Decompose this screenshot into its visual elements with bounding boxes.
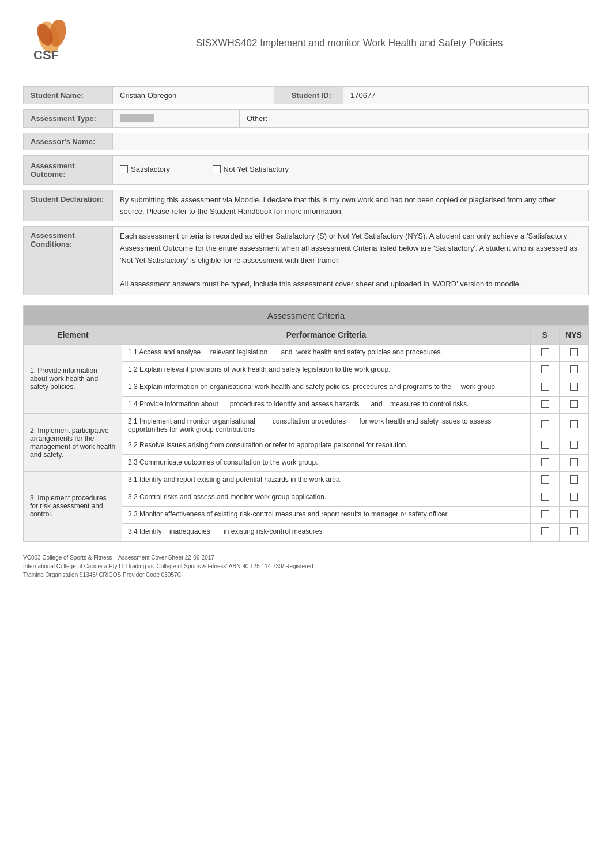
col-nys: NYS xyxy=(560,325,588,344)
s-checkbox-3-1[interactable] xyxy=(531,471,560,489)
criteria-1-2: 1.2 Explain relevant provisions of work … xyxy=(122,361,531,379)
s-checkbox-2-3[interactable] xyxy=(531,454,560,471)
student-name-value: Cristian Obregon xyxy=(113,87,274,104)
criteria-3-2: 3.2 Control risks and assess and monitor… xyxy=(122,489,531,506)
s-checkbox-1-1[interactable] xyxy=(531,344,560,361)
student-id-label: Student ID: xyxy=(274,87,343,104)
criteria-1-4: 1.4 Provide information about procedures… xyxy=(122,396,531,413)
header: CSF SISXWHS402 Implement and monitor Wor… xyxy=(23,17,589,69)
nys-checkbox-group: Not Yet Satisfactory xyxy=(213,165,289,173)
student-name-row: Student Name: Cristian Obregon Student I… xyxy=(23,86,589,104)
other-value: Other: xyxy=(240,110,589,128)
s-checkbox-2-2[interactable] xyxy=(531,437,560,454)
assessor-name-label: Assessor's Name: xyxy=(24,133,113,150)
assessment-conditions-label: Assessment Conditions: xyxy=(24,227,113,295)
criteria-1-1: 1.1 Access and analyse relevant legislat… xyxy=(122,344,531,361)
page: CSF SISXWHS402 Implement and monitor Wor… xyxy=(0,0,612,602)
criteria-2-1: 2.1 Implement and monitor organisational… xyxy=(122,413,531,437)
student-id-value: 170677 xyxy=(343,87,589,104)
nys-checkbox-2-3[interactable] xyxy=(560,454,588,471)
assessment-outcome-value: Satisfactory Not Yet Satisfactory xyxy=(113,156,589,185)
element-2-label: 2. Implement participative arrangements … xyxy=(24,413,122,471)
col-s: S xyxy=(531,325,560,344)
nys-checkbox[interactable] xyxy=(213,165,221,173)
nys-checkbox-1-1[interactable] xyxy=(560,344,588,361)
assessment-type-row: Assessment Type: Other: xyxy=(23,109,589,128)
criteria-3-1: 3.1 Identify and report existing and pot… xyxy=(122,471,531,489)
footer-line-3: Training Organisation 91345/ CRICOS Prov… xyxy=(23,571,589,579)
nys-checkbox-1-4[interactable] xyxy=(560,396,588,413)
criteria-1-3: 1.3 Explain information on organisationa… xyxy=(122,379,531,396)
s-checkbox-1-3[interactable] xyxy=(531,379,560,396)
s-checkbox-3-4[interactable] xyxy=(531,523,560,541)
logo-area: CSF xyxy=(23,17,92,69)
criteria-table: Element Performance Criteria S NYS 1. Pr… xyxy=(24,325,588,541)
s-checkbox-3-3[interactable] xyxy=(531,506,560,523)
criteria-2-3: 2.3 Communicate outcomes of consultation… xyxy=(122,454,531,471)
student-declaration-value: By submitting this assessment via Moodle… xyxy=(113,190,589,221)
s-checkbox-1-4[interactable] xyxy=(531,396,560,413)
assessment-conditions-row: Assessment Conditions: Each assessment c… xyxy=(23,226,589,295)
satisfactory-checkbox-group: Satisfactory xyxy=(120,165,170,173)
assessor-name-row: Assessor's Name: xyxy=(23,133,589,150)
col-element: Element xyxy=(24,325,122,344)
s-checkbox-2-1[interactable] xyxy=(531,413,560,437)
nys-checkbox-2-1[interactable] xyxy=(560,413,588,437)
nys-checkbox-3-4[interactable] xyxy=(560,523,588,541)
svg-text:CSF: CSF xyxy=(33,48,59,62)
assessment-outcome-label: Assessment Outcome: xyxy=(24,156,113,185)
s-checkbox-3-2[interactable] xyxy=(531,489,560,506)
criteria-header: Assessment Criteria xyxy=(24,306,588,325)
other-label: Other: xyxy=(247,114,267,123)
col-performance: Performance Criteria xyxy=(122,325,531,344)
table-row: 3. Implement procedures for risk assessm… xyxy=(24,471,588,489)
s-checkbox-1-2[interactable] xyxy=(531,361,560,379)
nys-checkbox-1-3[interactable] xyxy=(560,379,588,396)
criteria-3-4: 3.4 Identify inadequacies in existing ri… xyxy=(122,523,531,541)
assessment-type-label: Assessment Type: xyxy=(24,110,113,128)
nys-label: Not Yet Satisfactory xyxy=(224,165,289,173)
criteria-3-3: 3.3 Monitor effectiveness of existing ri… xyxy=(122,506,531,523)
nys-checkbox-3-3[interactable] xyxy=(560,506,588,523)
satisfactory-label: Satisfactory xyxy=(131,165,170,173)
student-declaration-label: Student Declaration: xyxy=(24,190,113,221)
nys-checkbox-1-2[interactable] xyxy=(560,361,588,379)
criteria-section: Assessment Criteria Element Performance … xyxy=(23,305,589,542)
footer-line-2: International College of Capoeira Pty Lt… xyxy=(23,562,589,571)
footer-line-1: VC003 College of Sports & Fitness – Asse… xyxy=(23,553,589,562)
student-declaration-text: By submitting this assessment via Moodle… xyxy=(120,195,556,216)
assessor-name-value xyxy=(113,133,589,150)
nys-checkbox-3-1[interactable] xyxy=(560,471,588,489)
satisfactory-checkbox[interactable] xyxy=(120,165,128,173)
nys-checkbox-2-2[interactable] xyxy=(560,437,588,454)
student-name-label: Student Name: xyxy=(24,87,113,104)
table-row: 2. Implement participative arrangements … xyxy=(24,413,588,437)
student-declaration-row: Student Declaration: By submitting this … xyxy=(23,190,589,221)
table-row: 1. Provide information about work health… xyxy=(24,344,588,361)
criteria-2-2: 2.2 Resolve issues arising from consulta… xyxy=(122,437,531,454)
assessment-conditions-value: Each assessment criteria is recorded as … xyxy=(113,227,589,295)
logo-icon: CSF xyxy=(29,20,86,66)
element-3-label: 3. Implement procedures for risk assessm… xyxy=(24,471,122,541)
assessment-type-value xyxy=(113,110,240,128)
header-title: SISXWHS402 Implement and monitor Work He… xyxy=(109,37,589,49)
element-1-label: 1. Provide information about work health… xyxy=(24,344,122,413)
footer: VC003 College of Sports & Fitness – Asse… xyxy=(23,553,589,579)
assessment-outcome-row: Assessment Outcome: Satisfactory Not Yet… xyxy=(23,155,589,185)
nys-checkbox-3-2[interactable] xyxy=(560,489,588,506)
